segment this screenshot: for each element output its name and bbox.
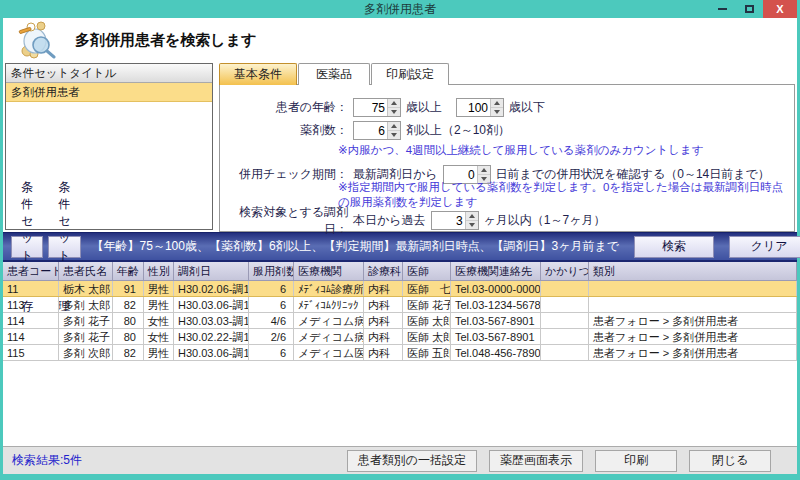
table-cell: 内科 <box>364 281 403 296</box>
spin-down-button[interactable] <box>466 220 478 229</box>
table-cell: 82 <box>113 345 144 360</box>
app-header: 多剤併用患者を検索します <box>3 18 797 62</box>
table-cell: 医師 太郎 <box>403 329 451 344</box>
age-min-suffix: 歳以上 <box>406 99 442 116</box>
tab-basic-conditions[interactable]: 基本条件 <box>219 63 297 85</box>
dispense-date-stepper[interactable]: 3 <box>431 211 479 230</box>
table-cell: H30.03.06-調1 <box>174 297 249 312</box>
table-cell: 医師 花子 <box>403 297 451 312</box>
table-cell: 患者フォロー > 多剤併用患者 <box>589 313 797 328</box>
basic-conditions-form: 患者の年齢： 75 歳以上 100 歳以下 薬剤数： <box>219 84 795 232</box>
condition-set-panel: 条件セットタイトル 多剤併用患者 <box>5 63 213 230</box>
spin-down-button[interactable] <box>491 107 503 116</box>
table-cell: H30.02.06-調1 <box>174 281 249 296</box>
age-max-spin-buttons <box>490 99 503 116</box>
minimize-button[interactable] <box>709 0 736 18</box>
main-row: 条件セットタイトル 多剤併用患者 基本条件医薬品印刷設定 患者の年齢： 75 歳… <box>3 62 797 232</box>
toolbar-right-buttons: 検索 クリア <box>619 236 800 258</box>
table-cell: Tel.03-567-8901 <box>451 329 541 344</box>
table-cell: 6 <box>249 297 294 312</box>
table-cell: H30.03.06-調1 <box>174 345 249 360</box>
drug-count-value[interactable]: 6 <box>354 122 387 139</box>
dispense-date-spin-buttons <box>465 212 478 229</box>
close-button[interactable]: X <box>763 0 797 18</box>
action-toolbar: 条件セットの保存 条件セットの管理 【年齢】75～100歳、【薬剤数】6剤以上、… <box>3 232 797 262</box>
search-button[interactable]: 検索 <box>634 236 714 258</box>
table-cell: 内科 <box>364 329 403 344</box>
check-period-note: ※指定期間内で服用している薬剤数を判定します。0を指定した場合は最新調剤日時点の… <box>338 185 794 204</box>
drug-count-suffix: 剤以上（2～10剤） <box>406 122 510 139</box>
drug-count-spin-buttons <box>387 122 400 139</box>
table-row[interactable]: 114多剤 花子80女性H30.03.03-調14/6メディコム病院内科医師 太… <box>3 313 797 329</box>
table-cell: 多剤 次郎 <box>59 345 113 360</box>
table-cell: Tel.03-1234-5678 <box>451 297 541 312</box>
table-cell: 医師 五郎 <box>403 345 451 360</box>
table-cell: 内科 <box>364 313 403 328</box>
table-row[interactable]: 113多剤 太郎82男性H30.03.06-調16ﾒﾃﾞｨｺﾑｸﾘﾆｯｸ内科医師… <box>3 297 797 313</box>
maximize-button[interactable] <box>736 0 763 18</box>
spin-up-button[interactable] <box>388 122 400 130</box>
table-header-cell: 医療機関 <box>294 262 364 280</box>
table-cell: 2/6 <box>249 329 294 344</box>
table-cell <box>541 345 589 360</box>
age-min-value[interactable]: 75 <box>354 99 387 116</box>
results-table: 患者コード患者氏名年齢性別調剤日服用剤数医療機関診療科医師医療機関連絡先かかりつ… <box>3 262 797 446</box>
table-cell: 4/6 <box>249 313 294 328</box>
table-cell: Tel.048-456-7890 <box>451 345 541 360</box>
age-min-stepper[interactable]: 75 <box>353 98 401 117</box>
age-max-value[interactable]: 100 <box>457 99 490 116</box>
table-cell: 113 <box>3 297 59 312</box>
table-cell: メディコム医院 <box>294 345 364 360</box>
spin-down-button[interactable] <box>388 107 400 116</box>
table-header-cell: かかりつけ <box>541 262 589 280</box>
table-row[interactable]: 114多剤 花子80女性H30.02.22-調12/6メディコム病院内科医師 太… <box>3 329 797 345</box>
table-cell: 6 <box>249 281 294 296</box>
table-cell: 内科 <box>364 345 403 360</box>
age-max-stepper[interactable]: 100 <box>456 98 504 117</box>
save-condition-set-button[interactable]: 条件セットの保存 <box>11 236 43 258</box>
close-button[interactable]: 閉じる <box>689 450 771 472</box>
table-cell <box>541 329 589 344</box>
dispense-date-prefix: 本日から過去 <box>353 212 426 229</box>
titlebar: 多剤併用患者 X <box>3 0 797 18</box>
tab-medicines[interactable]: 医薬品 <box>298 63 370 85</box>
table-cell: Tel.03-0000-0000 <box>451 281 541 296</box>
window-controls: X <box>709 0 797 18</box>
spin-down-icon <box>391 110 397 114</box>
criteria-area: 基本条件医薬品印刷設定 患者の年齢： 75 歳以上 100 歳以下 <box>219 62 795 232</box>
spin-down-button[interactable] <box>388 130 400 139</box>
page-title: 多剤併用患者を検索します <box>75 31 256 50</box>
table-cell: メディコム病院 <box>294 313 364 328</box>
form-row-age: 患者の年齢： 75 歳以上 100 歳以下 <box>220 97 794 118</box>
dispense-date-value[interactable]: 3 <box>432 212 465 229</box>
tab-print-settings[interactable]: 印刷設定 <box>371 63 449 85</box>
footer-bar: 検索結果:5件 患者類別の一括設定薬歴画面表示印刷閉じる <box>3 446 797 474</box>
table-header-cell: 患者コード <box>3 262 59 280</box>
table-header-cell: 年齢 <box>113 262 144 280</box>
spin-up-button[interactable] <box>478 166 490 174</box>
table-row[interactable]: 115多剤 次郎82男性H30.03.06-調16メディコム医院内科医師 五郎T… <box>3 345 797 361</box>
spin-up-icon <box>481 168 487 172</box>
spin-up-button[interactable] <box>388 99 400 107</box>
print-button[interactable]: 印刷 <box>595 450 677 472</box>
table-empty-area <box>3 361 797 446</box>
table-row[interactable]: 11栃木 太郎91男性H30.02.06-調16ﾒﾃﾞｨｺﾑ診療所内科医師 七郎… <box>3 281 797 297</box>
batch-set-patient-category-button[interactable]: 患者類別の一括設定 <box>347 450 477 472</box>
condition-set-item-tazai-heiyo-kanja[interactable]: 多剤併用患者 <box>6 83 212 102</box>
close-icon: X <box>776 3 783 15</box>
table-cell <box>541 281 589 296</box>
table-cell: 男性 <box>144 345 174 360</box>
age-max-suffix: 歳以下 <box>509 99 545 116</box>
table-header-cell: 類別 <box>589 262 797 280</box>
clear-button[interactable]: クリア <box>729 236 800 258</box>
manage-condition-set-button[interactable]: 条件セットの管理 <box>48 236 80 258</box>
form-row-dispense-date: 検索対象とする調剤日： 本日から過去 3 ヶ月以内（1～7ヶ月） <box>220 210 794 231</box>
table-cell: 女性 <box>144 313 174 328</box>
table-cell <box>541 297 589 312</box>
tabs: 基本条件医薬品印刷設定 <box>219 63 795 85</box>
spin-up-button[interactable] <box>491 99 503 107</box>
spin-up-button[interactable] <box>466 212 478 220</box>
app-window: 多剤併用患者 X 多剤併用患者を検索します 条件セットタイトル <box>0 0 800 480</box>
medication-history-screen-button[interactable]: 薬歴画面表示 <box>489 450 583 472</box>
drug-count-stepper[interactable]: 6 <box>353 121 401 140</box>
